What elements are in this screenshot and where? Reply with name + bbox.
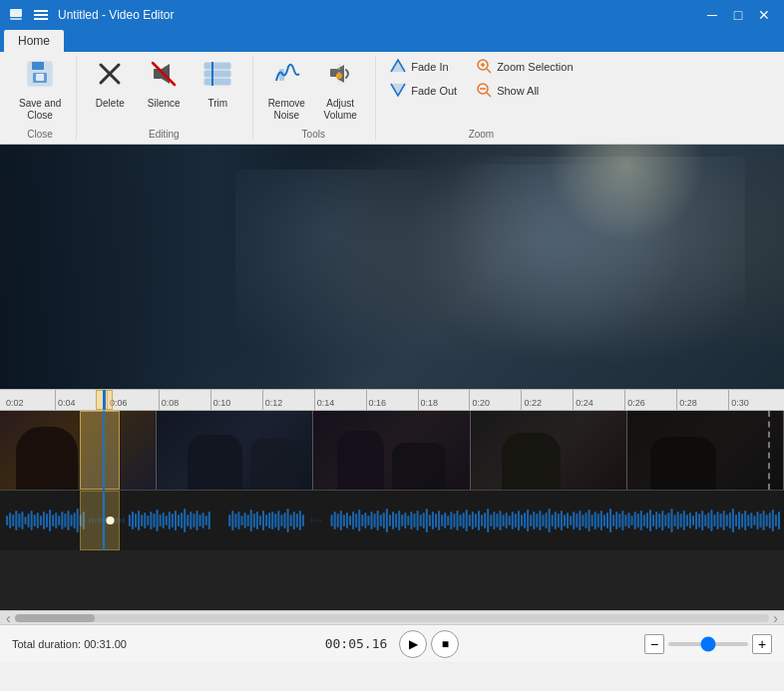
- menu-icon[interactable]: [30, 6, 52, 24]
- zoom-in-button[interactable]: +: [752, 634, 772, 654]
- ribbon-tabs: Home: [0, 30, 784, 52]
- svg-rect-10: [204, 63, 230, 69]
- svg-rect-25: [6, 516, 8, 525]
- svg-rect-70: [150, 512, 152, 529]
- timeline-area[interactable]: [0, 411, 784, 610]
- silence-icon: [149, 59, 179, 96]
- svg-rect-254: [744, 511, 746, 530]
- video-track[interactable]: [0, 411, 784, 491]
- svg-rect-217: [631, 516, 633, 525]
- play-button[interactable]: ▶: [399, 630, 427, 658]
- svg-rect-113: [299, 511, 301, 530]
- svg-rect-172: [493, 512, 495, 529]
- svg-rect-213: [618, 514, 620, 527]
- show-all-label: Show All: [497, 85, 539, 97]
- svg-rect-98: [253, 514, 255, 527]
- svg-rect-71: [153, 514, 155, 527]
- svg-rect-216: [627, 513, 629, 528]
- svg-rect-192: [555, 512, 557, 529]
- svg-rect-208: [603, 515, 605, 526]
- svg-rect-176: [506, 513, 508, 528]
- svg-rect-264: [775, 515, 777, 526]
- scrollbar-track[interactable]: [15, 614, 770, 622]
- zoom-controls-ribbon: Zoom Selection Show All: [470, 56, 578, 102]
- svg-rect-226: [658, 514, 660, 527]
- svg-rect-0: [10, 9, 22, 17]
- delete-button[interactable]: Delete: [85, 56, 135, 113]
- zoom-slider[interactable]: [668, 642, 748, 646]
- svg-rect-29: [18, 514, 20, 527]
- timeline-ruler[interactable]: 0:02 0:04 0:06 0:08 0:10 0:12 0:14 0:16 …: [0, 389, 784, 411]
- tick-0:08: 0:08: [159, 390, 210, 410]
- svg-rect-80: [181, 513, 183, 528]
- svg-rect-238: [695, 512, 697, 529]
- svg-rect-181: [521, 515, 523, 526]
- svg-rect-191: [552, 515, 554, 526]
- svg-rect-111: [293, 512, 295, 529]
- scrollbar-thumb[interactable]: [15, 614, 95, 622]
- svg-rect-229: [667, 513, 669, 528]
- zoom-selection-button[interactable]: Zoom Selection: [470, 56, 578, 78]
- remove-noise-button[interactable]: RemoveNoise: [261, 56, 311, 125]
- svg-rect-253: [741, 514, 743, 527]
- svg-rect-36: [40, 516, 42, 525]
- silence-button[interactable]: Silence: [139, 56, 189, 113]
- svg-rect-243: [710, 510, 712, 531]
- tab-home[interactable]: Home: [4, 30, 64, 52]
- svg-rect-204: [591, 515, 593, 526]
- svg-rect-33: [31, 511, 33, 530]
- fade-in-button[interactable]: Fade In: [384, 56, 462, 78]
- svg-rect-234: [683, 511, 685, 530]
- svg-rect-136: [383, 513, 385, 528]
- show-all-button[interactable]: Show All: [470, 80, 578, 102]
- svg-rect-101: [262, 511, 264, 530]
- scroll-left-button[interactable]: ‹: [2, 610, 15, 626]
- svg-rect-129: [361, 515, 363, 526]
- adjust-volume-icon: [325, 59, 355, 96]
- svg-rect-148: [420, 515, 422, 526]
- ruler-ticks: 0:02 0:04 0:06 0:08 0:10 0:12 0:14 0:16 …: [0, 390, 784, 410]
- svg-rect-235: [686, 515, 688, 526]
- minimize-button[interactable]: ─: [700, 3, 724, 27]
- svg-rect-170: [487, 509, 489, 532]
- maximize-button[interactable]: □: [726, 3, 750, 27]
- audio-track[interactable]: [0, 491, 784, 550]
- svg-rect-112: [296, 514, 298, 527]
- svg-rect-15: [330, 69, 337, 77]
- stop-button[interactable]: ■: [431, 630, 459, 658]
- svg-line-23: [487, 93, 491, 97]
- zoom-out-button[interactable]: −: [644, 634, 664, 654]
- svg-rect-65: [135, 514, 137, 527]
- svg-rect-119: [331, 515, 333, 526]
- remove-noise-icon: [271, 59, 301, 96]
- silence-label: Silence: [148, 98, 181, 110]
- svg-rect-120: [334, 512, 336, 529]
- svg-rect-175: [503, 515, 505, 526]
- svg-rect-163: [466, 510, 468, 531]
- svg-rect-34: [34, 515, 36, 526]
- svg-rect-218: [634, 512, 636, 529]
- adjust-volume-button[interactable]: AdjustVolume: [315, 56, 365, 125]
- svg-rect-152: [432, 512, 434, 529]
- tick-0:18: 0:18: [418, 390, 470, 410]
- video-thumb-5: [627, 411, 784, 491]
- svg-point-17: [336, 73, 342, 79]
- svg-rect-142: [401, 515, 403, 526]
- trim-button[interactable]: Trim: [193, 56, 242, 113]
- svg-rect-223: [649, 510, 651, 531]
- svg-rect-75: [166, 516, 168, 525]
- svg-rect-169: [484, 513, 486, 528]
- svg-rect-262: [769, 513, 771, 528]
- svg-rect-90: [228, 515, 230, 526]
- scroll-right-button[interactable]: ›: [769, 610, 782, 626]
- svg-rect-122: [340, 511, 342, 530]
- save-close-button[interactable]: Save andClose: [14, 56, 66, 125]
- close-button[interactable]: ✕: [752, 3, 776, 27]
- timeline-scrollbar[interactable]: ‹ ›: [0, 610, 784, 624]
- svg-rect-214: [621, 511, 623, 530]
- remove-noise-label: RemoveNoise: [268, 98, 305, 122]
- svg-rect-251: [735, 515, 737, 526]
- svg-rect-37: [43, 512, 45, 529]
- svg-rect-155: [441, 515, 443, 526]
- fade-out-button[interactable]: Fade Out: [384, 80, 462, 102]
